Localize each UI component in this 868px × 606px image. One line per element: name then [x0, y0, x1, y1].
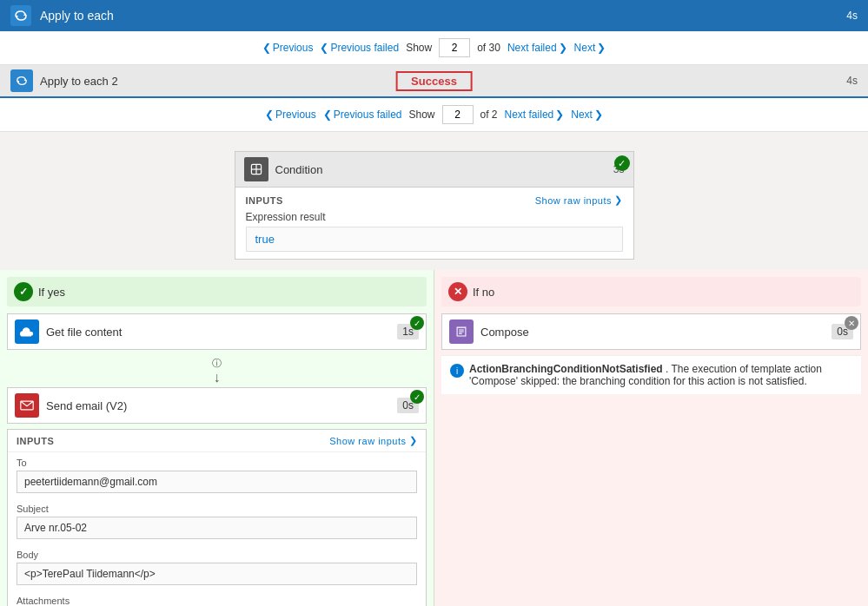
chevron-right-icon-5: ❯	[614, 194, 623, 206]
inner-previous-failed-button[interactable]: ❮ Previous failed	[323, 109, 402, 121]
condition-title: Condition	[275, 163, 613, 176]
inner-next-button[interactable]: Next ❯	[571, 109, 603, 121]
to-label: To	[17, 458, 417, 468]
outer-previous-button[interactable]: ❮ Previous	[262, 42, 314, 54]
compose-title: Compose	[480, 326, 832, 339]
send-email-check: ✓	[410, 390, 424, 404]
branch-no-label: If no	[473, 286, 494, 299]
get-file-content-check: ✓	[410, 316, 424, 330]
field-to: To peetertiidemann@gmail.com	[8, 452, 426, 498]
subject-label: Subject	[17, 504, 417, 514]
branches-container: ✓ If yes Get file content 1s ✓	[0, 270, 868, 606]
send-email-header: Send email (V2) 0s	[8, 388, 426, 423]
compose-header: Compose 0s	[442, 314, 860, 349]
yes-icon: ✓	[14, 282, 33, 301]
condition-inputs: INPUTS Show raw inputs ❯ Expression resu…	[235, 188, 633, 259]
compose-info-banner: i ActionBranchingConditionNotSatisfied .…	[441, 355, 861, 394]
condition-block: Condition 3s ✓ INPUTS Show raw inputs ❯ …	[235, 151, 634, 260]
field-attachments: Attachments	[8, 590, 426, 606]
condition-header: Condition 3s ✓	[235, 152, 633, 188]
condition-inputs-header: INPUTS Show raw inputs ❯	[246, 194, 623, 211]
outer-total-label: of 30	[477, 42, 500, 54]
compose-info-message: ActionBranchingConditionNotSatisfied . T…	[469, 363, 852, 387]
outer-show-label: Show	[406, 42, 432, 54]
top-bar-title: Apply to each	[40, 9, 846, 23]
condition-icon	[244, 157, 268, 181]
info-circle-icon: ⓘ	[212, 357, 222, 370]
chevron-right-icon-3: ❯	[555, 109, 564, 121]
branch-no: ✕ If no Compose 0s ✕ i	[434, 270, 868, 606]
compose-card: Compose 0s ✕	[441, 313, 861, 350]
apply-to-each-2-title: Apply to each 2	[40, 75, 118, 88]
chevron-right-icon-6: ❯	[409, 435, 418, 446]
inner-show-label: Show	[408, 109, 434, 121]
condition-success-check: ✓	[614, 155, 630, 171]
top-bar-timing: 4s	[846, 10, 858, 22]
inner-page-input[interactable]	[442, 105, 474, 124]
chevron-left-icon-3: ❮	[265, 109, 274, 121]
send-email-show-raw[interactable]: Show raw inputs ❯	[329, 435, 417, 446]
expression-result-label: Expression result	[246, 211, 623, 223]
inner-next-failed-button[interactable]: Next failed ❯	[505, 109, 565, 121]
branch-yes-label: If yes	[38, 286, 65, 299]
subject-value: Arve nr.05-02	[17, 517, 417, 539]
send-email-title: Send email (V2)	[46, 399, 397, 412]
connector: ⓘ ↓	[7, 355, 427, 387]
get-file-content-header: Get file content 1s	[8, 314, 426, 349]
apply-to-each-2-timing: 4s	[846, 75, 858, 87]
main-content: ❮ Previous ❮ Previous failed Show of 30 …	[0, 31, 868, 606]
send-email-inputs-header: INPUTS Show raw inputs ❯	[8, 430, 426, 452]
inner-total-label: of 2	[480, 109, 498, 121]
send-email-inputs-card: INPUTS Show raw inputs ❯ To peetertiidem…	[7, 429, 427, 606]
chevron-left-icon-4: ❮	[323, 109, 332, 121]
outer-previous-failed-button[interactable]: ❮ Previous failed	[320, 42, 399, 54]
success-badge: Success	[395, 71, 473, 91]
get-file-content-card: Get file content 1s ✓	[7, 313, 427, 350]
loop-icon	[10, 5, 31, 26]
inner-pagination: ❮ Previous ❮ Previous failed Show of 2 N…	[0, 98, 868, 132]
body-label: Body	[17, 550, 417, 560]
attachments-label: Attachments	[17, 596, 417, 606]
cloud-icon	[15, 319, 39, 344]
outer-pagination: ❮ Previous ❮ Previous failed Show of 30 …	[0, 31, 868, 65]
outer-next-failed-button[interactable]: Next failed ❯	[507, 42, 567, 54]
chevron-right-icon-2: ❯	[597, 42, 606, 54]
branch-yes-header: ✓ If yes	[7, 277, 427, 306]
inner-previous-button[interactable]: ❮ Previous	[265, 109, 316, 121]
to-value: peetertiidemann@gmail.com	[17, 471, 417, 493]
apply-to-each-2-icon	[10, 69, 33, 92]
no-icon: ✕	[448, 282, 467, 301]
apply-to-each-2-header: Apply to each 2 Success 4s	[0, 65, 868, 98]
branch-no-header: ✕ If no	[441, 277, 861, 306]
chevron-left-icon-2: ❮	[320, 42, 328, 54]
chevron-right-icon: ❯	[559, 42, 567, 54]
compose-icon	[449, 319, 474, 344]
body-value: <p>TerePaul Tiidemann</p>	[17, 563, 417, 585]
chevron-right-icon-4: ❯	[594, 109, 603, 121]
expression-result-value: true	[246, 227, 623, 252]
get-file-content-title: Get file content	[46, 326, 397, 339]
condition-show-raw[interactable]: Show raw inputs ❯	[535, 194, 623, 206]
info-icon: i	[450, 364, 464, 378]
email-icon	[15, 393, 39, 418]
arrow-down-icon: ↓	[214, 370, 221, 385]
send-email-card: Send email (V2) 0s ✓	[7, 387, 427, 424]
outer-page-input[interactable]	[439, 38, 470, 57]
field-subject: Subject Arve nr.05-02	[8, 498, 426, 544]
chevron-left-icon: ❮	[262, 42, 271, 54]
compose-skipped-icon: ✕	[845, 316, 858, 330]
branch-yes: ✓ If yes Get file content 1s ✓	[0, 270, 434, 606]
top-bar: Apply to each 4s	[0, 0, 868, 31]
outer-next-button[interactable]: Next ❯	[574, 42, 606, 54]
field-body: Body <p>TerePaul Tiidemann</p>	[8, 544, 426, 590]
